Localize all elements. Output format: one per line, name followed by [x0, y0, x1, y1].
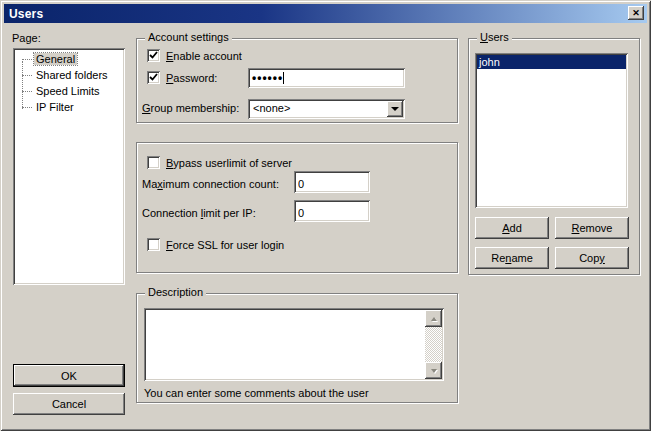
bypass-userlimit-checkbox[interactable]: [147, 156, 160, 169]
group-membership-label: Group membership:: [142, 102, 239, 114]
bypass-userlimit-label[interactable]: Bypass userlimit of server: [166, 157, 292, 169]
arrow-up-icon: [431, 317, 437, 321]
text-caret: [283, 72, 284, 84]
users-group: Users john Add Remove Rename Copy: [468, 38, 640, 275]
user-list-item[interactable]: john: [477, 55, 626, 69]
password-label[interactable]: Password:: [166, 72, 217, 84]
tree-item-general[interactable]: General: [15, 52, 123, 68]
cancel-button[interactable]: Cancel: [13, 393, 125, 415]
scroll-up-button[interactable]: [425, 310, 442, 327]
page-label: Page:: [12, 32, 41, 44]
enable-account-row: Enable account: [147, 49, 242, 62]
password-input[interactable]: ••••••: [248, 68, 405, 88]
checkmark-icon: [149, 73, 158, 82]
force-ssl-row: Force SSL for user login: [147, 238, 284, 251]
chevron-down-icon: [391, 107, 399, 111]
users-legend: Users: [477, 31, 512, 44]
enable-account-label[interactable]: Enable account: [166, 50, 242, 62]
max-connection-label: Maximum connection count:: [142, 178, 279, 190]
checkmark-icon: [149, 51, 158, 60]
account-settings-group: Account settings Enable account Password…: [136, 38, 458, 123]
max-connection-input[interactable]: [294, 171, 370, 193]
account-settings-legend: Account settings: [145, 31, 232, 44]
password-row: Password:: [147, 71, 217, 84]
tree-item-speed-limits[interactable]: Speed Limits: [15, 84, 123, 100]
users-dialog: Users ✕ Page: General Shared folders Spe…: [0, 0, 651, 431]
bypass-userlimit-row: Bypass userlimit of server: [147, 156, 292, 169]
window-title: Users: [4, 7, 43, 21]
close-icon: ✕: [632, 9, 640, 18]
connection-limit-ip-label: Connection limit per IP:: [142, 207, 256, 219]
arrow-down-icon: [431, 369, 437, 373]
ok-button[interactable]: OK: [13, 364, 125, 387]
close-button[interactable]: ✕: [628, 6, 644, 20]
rename-button[interactable]: Rename: [475, 247, 549, 269]
description-textarea[interactable]: [144, 308, 444, 381]
titlebar[interactable]: Users ✕: [4, 4, 647, 23]
description-group: Description You can enter some comments …: [136, 293, 458, 403]
scroll-down-button[interactable]: [425, 362, 442, 379]
tree-item-shared-folders[interactable]: Shared folders: [15, 68, 123, 84]
group-membership-select[interactable]: <none>: [248, 99, 405, 119]
users-listbox[interactable]: john: [475, 53, 628, 208]
add-button[interactable]: Add: [475, 217, 549, 239]
tree-item-ip-filter[interactable]: IP Filter: [15, 100, 123, 116]
connection-limit-ip-input[interactable]: [294, 200, 370, 222]
password-checkbox[interactable]: [147, 71, 160, 84]
copy-button[interactable]: Copy: [555, 247, 629, 269]
page-tree[interactable]: General Shared folders Speed Limits IP F…: [13, 48, 125, 285]
description-hint: You can enter some comments about the us…: [144, 387, 369, 399]
remove-button[interactable]: Remove: [555, 217, 629, 239]
enable-account-checkbox[interactable]: [147, 49, 160, 62]
force-ssl-checkbox[interactable]: [147, 238, 160, 251]
description-scrollbar[interactable]: [425, 310, 442, 379]
force-ssl-label[interactable]: Force SSL for user login: [166, 239, 284, 251]
combo-dropdown-button[interactable]: [387, 101, 403, 117]
description-legend: Description: [145, 286, 206, 299]
limits-group: Bypass userlimit of server Maximum conne…: [136, 142, 458, 273]
